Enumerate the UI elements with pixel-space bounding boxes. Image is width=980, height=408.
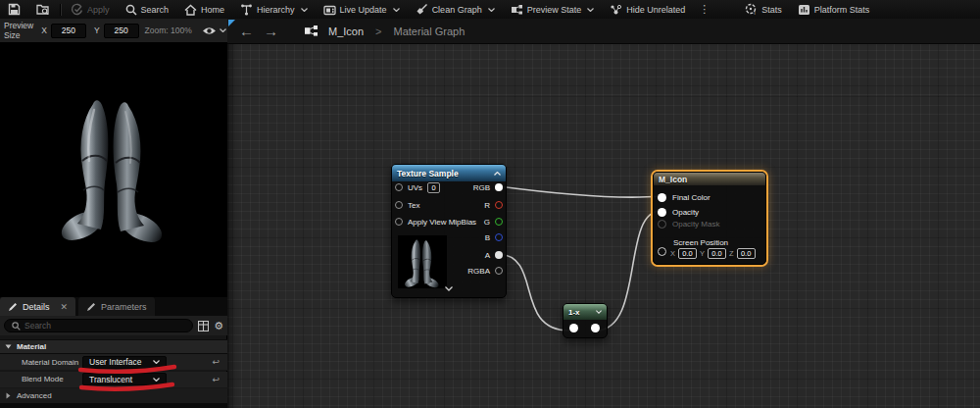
blend-mode-dropdown[interactable]: Translucent	[82, 373, 167, 385]
pin-oneminus-output[interactable]	[591, 324, 600, 332]
tab-details-label: Details	[23, 302, 50, 312]
close-icon[interactable]: ✕	[61, 302, 69, 312]
node-texture-sample[interactable]: Texture Sample UVs 0 Tex Apply View MipB…	[391, 164, 507, 298]
gear-icon[interactable]: ⚙	[214, 321, 223, 332]
details-bottom-strip	[0, 403, 227, 408]
node-one-minus[interactable]: 1-x	[563, 303, 608, 338]
pin-r[interactable]	[495, 201, 503, 209]
search-label: Search	[141, 5, 170, 15]
node-one-minus-header[interactable]: 1-x	[564, 304, 607, 320]
node-one-minus-body	[564, 319, 607, 337]
platform-stats-icon	[798, 4, 810, 16]
material-domain-dropdown[interactable]: User Interface	[82, 356, 167, 369]
pin-g[interactable]	[495, 218, 503, 226]
material-domain-label: Material Domain	[22, 358, 82, 367]
preview-y-input[interactable]	[104, 24, 139, 38]
a-label: A	[485, 251, 490, 260]
chevron-down-icon	[587, 8, 594, 12]
sp-z-value[interactable]: 0.0	[737, 248, 756, 259]
details-search-box[interactable]	[4, 319, 193, 332]
search-button[interactable]: Search	[118, 0, 177, 19]
pin-apply-view-mipbias[interactable]	[395, 218, 403, 226]
pin-final-color[interactable]	[658, 193, 666, 202]
breadcrumb-separator: >	[375, 26, 381, 37]
wire-a-to-oneminus	[499, 254, 569, 331]
pin-rgb[interactable]	[495, 183, 503, 191]
expand-icon[interactable]	[392, 278, 506, 295]
details-search-input[interactable]	[24, 321, 185, 331]
stats-icon: i	[745, 3, 758, 16]
hierarchy-dropdown[interactable]: Hierarchy	[232, 0, 316, 19]
main-toolbar: Apply Search Home Hierarchy Live Update …	[0, 0, 980, 19]
save-button[interactable]	[0, 0, 28, 19]
clean-graph-icon	[416, 3, 428, 16]
pin-oneminus-input[interactable]	[569, 324, 578, 332]
pin-opacity[interactable]	[658, 208, 666, 217]
node-m-icon-title: M_Icon	[659, 175, 687, 184]
pin-screen-position[interactable]	[658, 247, 666, 256]
chevron-down-icon	[153, 360, 160, 364]
node-m-icon-result[interactable]: M_Icon Final Color Opacity Opacity Mask …	[653, 172, 766, 265]
save-icon	[8, 3, 21, 16]
wires-layer	[227, 44, 980, 408]
preview-y-label: Y	[94, 26, 100, 35]
details-tab-bar: Details ✕ Parameters	[0, 297, 227, 316]
output-row-b: B	[485, 230, 503, 245]
material-preview-viewport[interactable]	[0, 43, 227, 297]
tab-details[interactable]: Details ✕	[0, 297, 75, 316]
pin-rgba[interactable]	[495, 267, 503, 275]
breadcrumb-view[interactable]: Material Graph	[394, 26, 466, 37]
back-icon[interactable]: ←	[239, 24, 254, 38]
chevron-down-icon	[220, 28, 226, 32]
home-button[interactable]: Home	[176, 0, 232, 19]
graph-header: ← → M_Icon > Material Graph	[227, 19, 980, 44]
home-label: Home	[201, 5, 224, 15]
stats-button[interactable]: i Stats	[737, 0, 790, 19]
node-texture-sample-title: Texture Sample	[397, 169, 459, 178]
category-material[interactable]: Material	[0, 339, 227, 354]
view-options-button[interactable]	[202, 26, 226, 35]
browse-button[interactable]	[28, 0, 58, 19]
material-graph-canvas[interactable]: Texture Sample UVs 0 Tex Apply View MipB…	[227, 44, 980, 408]
caret-right-icon	[6, 392, 11, 399]
chevron-down-icon	[153, 378, 160, 382]
uvs-value-box[interactable]: 0	[427, 182, 440, 193]
pin-b[interactable]	[495, 233, 503, 241]
category-material-label: Material	[17, 342, 46, 351]
pin-row-opacity-mask: Opacity Mask	[658, 217, 719, 231]
apply-button[interactable]: Apply	[63, 0, 118, 19]
clean-graph-label: Clean Graph	[432, 5, 482, 15]
material-domain-value: User Interface	[89, 357, 141, 367]
reset-to-default-icon[interactable]: ↩	[212, 357, 220, 367]
pin-row-final-color: Final Color	[658, 190, 710, 205]
caret-down-icon	[5, 344, 12, 349]
reset-to-default-icon[interactable]: ↩	[212, 375, 220, 384]
sp-x-value[interactable]: 0.0	[678, 248, 697, 259]
breadcrumb-asset[interactable]: M_Icon	[328, 26, 364, 37]
magnifier-icon	[12, 322, 21, 331]
category-advanced[interactable]: Advanced	[0, 388, 227, 403]
tab-parameters-label: Parameters	[101, 302, 147, 312]
pin-uvs[interactable]	[395, 183, 403, 191]
pin-a[interactable]	[495, 251, 503, 259]
hide-unrelated-options-button[interactable]: ⋮	[693, 3, 715, 16]
hide-unrelated-button[interactable]: Hide Unrelated	[602, 0, 693, 19]
apply-label: Apply	[87, 5, 110, 15]
pin-opacity-mask[interactable]	[658, 220, 666, 229]
preview-x-input[interactable]	[51, 24, 86, 38]
live-update-dropdown[interactable]: Live Update	[316, 0, 408, 19]
collapse-icon[interactable]	[494, 172, 501, 176]
category-advanced-label: Advanced	[17, 391, 52, 400]
table-view-icon[interactable]	[198, 321, 209, 332]
node-m-icon-header[interactable]: M_Icon	[654, 173, 765, 185]
browse-icon	[36, 3, 50, 16]
pin-tex[interactable]	[395, 201, 403, 209]
platform-stats-button[interactable]: Platform Stats	[790, 0, 878, 19]
clean-graph-dropdown[interactable]: Clean Graph	[408, 0, 503, 19]
tab-parameters[interactable]: Parameters	[78, 297, 155, 316]
chevron-down-icon[interactable]	[596, 310, 602, 314]
forward-icon[interactable]: →	[264, 24, 278, 38]
sp-y-value[interactable]: 0.0	[708, 248, 726, 259]
eye-icon	[202, 26, 217, 35]
preview-state-dropdown[interactable]: Preview State	[503, 0, 603, 19]
